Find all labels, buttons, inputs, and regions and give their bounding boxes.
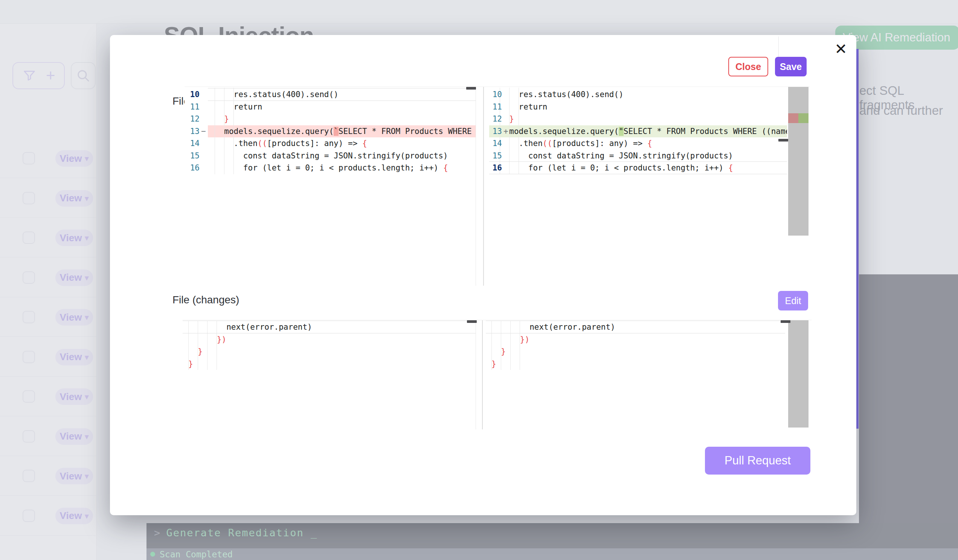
code-line: return xyxy=(215,101,476,113)
line-number: 10 xyxy=(487,89,502,101)
code-line: }) xyxy=(188,334,476,346)
pane-sash[interactable] xyxy=(482,320,483,429)
minimap[interactable] xyxy=(788,320,809,427)
code-line: for (let i = 0; i < products.length; i++… xyxy=(500,162,787,174)
code-line: models.sequelize.query(`SELECT * FROM Pr… xyxy=(215,125,476,138)
diff-editor-bottom[interactable]: next(error.parent) }) }} next(error.pare… xyxy=(182,320,812,429)
code-line: } xyxy=(188,358,476,370)
pane-sash[interactable] xyxy=(483,87,484,286)
code-line: const dataString = JSON.stringify(produc… xyxy=(500,150,787,162)
code-line: } xyxy=(500,113,787,125)
edit-button[interactable]: Edit xyxy=(778,291,808,310)
line-number: 15 xyxy=(184,150,200,162)
remediation-panel-border xyxy=(856,49,858,429)
line-number: 15 xyxy=(487,150,502,162)
line-number: 12 xyxy=(184,113,200,125)
code-line: } xyxy=(188,345,476,358)
diff-sign: − xyxy=(201,125,206,138)
minimap-diff-block xyxy=(798,113,809,123)
line-number: 11 xyxy=(487,101,502,113)
code-line: const dataString = JSON.stringify(produc… xyxy=(215,150,476,162)
code-line: } xyxy=(492,345,785,358)
code-line: res.status(400).send() xyxy=(500,89,787,101)
code-line: } xyxy=(215,113,476,125)
code-line: return xyxy=(500,101,787,113)
scrollbar-thumb[interactable] xyxy=(779,139,788,141)
code-line: }) xyxy=(492,334,785,346)
pane-edge xyxy=(476,87,476,286)
close-icon[interactable]: ✕ xyxy=(831,40,850,59)
file-changes-dialog: File (changes) Close Save ✕ 10 res.statu… xyxy=(110,35,856,515)
scrollbar-thumb[interactable] xyxy=(466,87,476,90)
code-line: next(error.parent) xyxy=(188,321,476,334)
minimap-diff-block xyxy=(788,113,798,123)
line-number: 13 xyxy=(487,125,502,138)
line-number: 14 xyxy=(487,138,502,150)
code-line: .then(([products]: any) => { xyxy=(215,138,476,150)
code-line: } xyxy=(492,358,785,370)
pull-request-button[interactable]: Pull Request xyxy=(705,447,810,475)
line-number: 14 xyxy=(184,138,200,150)
line-number: 16 xyxy=(184,162,200,174)
code-line: for (let i = 0; i < products.length; i++… xyxy=(215,162,476,174)
file-changes-label-bottom: File (changes) xyxy=(173,294,239,306)
code-line: res.status(400).send() xyxy=(215,89,476,101)
code-line: next(error.parent) xyxy=(492,321,785,334)
line-number: 10 xyxy=(184,89,200,101)
line-number: 11 xyxy=(184,101,200,113)
code-line: models.sequelize.query("SELECT * FROM Pr… xyxy=(500,125,787,138)
save-button[interactable]: Save xyxy=(775,57,807,76)
line-number: 16 xyxy=(487,162,502,174)
scrollbar-thumb[interactable] xyxy=(467,320,477,323)
code-line: .then(([products]: any) => { xyxy=(500,138,787,150)
scrollbar-thumb[interactable] xyxy=(780,320,790,323)
minimap[interactable] xyxy=(788,87,809,236)
line-number: 12 xyxy=(487,113,502,125)
diff-sign: + xyxy=(503,125,508,138)
diff-editor-top[interactable]: 10 res.status(400).send()11 return12 }13… xyxy=(184,87,810,285)
pane-edge xyxy=(476,320,476,429)
close-button[interactable]: Close xyxy=(728,57,768,76)
line-number: 13 xyxy=(184,125,200,138)
